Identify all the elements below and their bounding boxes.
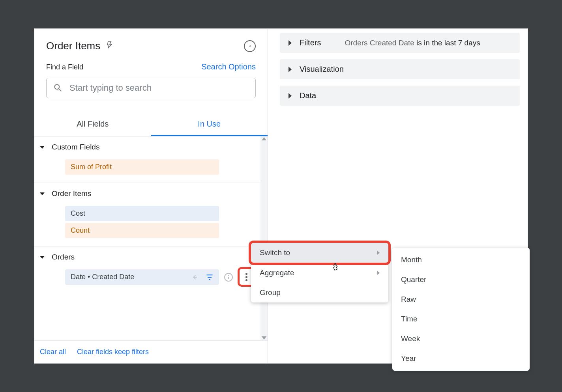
section-data[interactable]: Data xyxy=(280,86,520,106)
submenu-item-raw[interactable]: Raw xyxy=(392,289,530,309)
chevron-down-icon xyxy=(40,256,45,259)
explore-title: Order Items xyxy=(46,40,100,52)
group-label: Order Items xyxy=(52,189,91,198)
group-label: Custom Fields xyxy=(52,143,99,151)
group-order-items: Order Items Cost Count xyxy=(34,183,268,246)
field-cost[interactable]: Cost xyxy=(65,206,219,221)
group-custom-fields: Custom Fields Sum of Profit xyxy=(34,136,268,183)
quick-start-icon[interactable] xyxy=(106,40,114,52)
group-header-order-items[interactable]: Order Items xyxy=(34,183,268,204)
section-label: Data xyxy=(300,91,316,100)
submenu-item-month[interactable]: Month xyxy=(392,250,530,270)
scroll-down-icon[interactable] xyxy=(262,336,266,340)
menu-item-label: Switch to xyxy=(260,248,290,257)
chevron-right-icon xyxy=(377,251,380,255)
group-orders: Orders Date • Created Date xyxy=(34,246,268,290)
footer-links: Clear all Clear fields keep filters xyxy=(34,340,268,363)
menu-item-label: Aggregate xyxy=(260,269,294,277)
pivot-icon[interactable] xyxy=(192,273,200,281)
field-picker-panel: Order Items Find a Field Search Options … xyxy=(34,29,268,363)
scrollbar[interactable] xyxy=(260,136,268,340)
find-field-label: Find a Field xyxy=(46,63,83,71)
svg-rect-2 xyxy=(228,277,229,279)
chevron-right-icon xyxy=(288,67,292,72)
clear-fields-keep-filters-link[interactable]: Clear fields keep filters xyxy=(77,348,149,356)
field-actions xyxy=(192,273,214,281)
field-search-box[interactable] xyxy=(46,78,256,98)
field-context-menu: Switch to Aggregate Group xyxy=(251,243,388,302)
field-tabs: All Fields In Use xyxy=(34,112,268,136)
scroll-up-icon[interactable] xyxy=(262,137,266,140)
collapse-panel-button[interactable] xyxy=(244,40,256,52)
cursor-icon xyxy=(332,262,340,274)
group-header-custom-fields[interactable]: Custom Fields xyxy=(34,136,268,158)
submenu-item-year[interactable]: Year xyxy=(392,349,530,368)
chevron-down-icon xyxy=(40,146,45,149)
field-count[interactable]: Count xyxy=(65,223,219,238)
more-vert-icon xyxy=(245,273,247,281)
tab-all-fields[interactable]: All Fields xyxy=(34,112,151,136)
submenu-item-quarter[interactable]: Quarter xyxy=(392,270,530,289)
menu-item-label: Group xyxy=(260,288,281,297)
search-icon xyxy=(53,83,63,93)
filters-summary-value: is in the last 7 days xyxy=(416,39,480,47)
chevron-right-icon xyxy=(288,40,292,46)
tab-in-use[interactable]: In Use xyxy=(151,112,268,136)
menu-item-group[interactable]: Group xyxy=(251,283,388,302)
section-visualization[interactable]: Visualization xyxy=(280,59,520,79)
chevron-right-icon xyxy=(377,271,380,275)
find-field-row: Find a Field Search Options xyxy=(34,56,268,75)
group-header-orders[interactable]: Orders xyxy=(34,246,268,268)
filters-summary-field: Orders Created Date xyxy=(345,39,414,47)
info-icon[interactable] xyxy=(224,273,233,282)
panel-header: Order Items xyxy=(34,29,268,56)
group-label: Orders xyxy=(52,253,75,261)
submenu-item-time[interactable]: Time xyxy=(392,309,530,329)
field-search-input[interactable] xyxy=(69,83,249,93)
submenu-item-week[interactable]: Week xyxy=(392,329,530,349)
field-label: Date • Created Date xyxy=(71,273,134,281)
switch-to-submenu: Month Quarter Raw Time Week Year xyxy=(392,248,530,371)
field-sum-of-profit[interactable]: Sum of Profit xyxy=(65,159,219,175)
field-list: Custom Fields Sum of Profit Order Items … xyxy=(34,136,268,340)
menu-item-switch-to[interactable]: Switch to xyxy=(251,243,388,263)
section-filters[interactable]: Filters Orders Created Date is in the la… xyxy=(280,33,520,53)
filters-summary: Orders Created Date is in the last 7 day… xyxy=(345,39,480,47)
section-label: Filters xyxy=(300,38,321,47)
menu-item-aggregate[interactable]: Aggregate xyxy=(251,263,388,283)
chevron-right-icon xyxy=(288,93,292,99)
search-options-link[interactable]: Search Options xyxy=(201,62,256,71)
chevron-down-icon xyxy=(40,192,45,195)
svg-point-1 xyxy=(228,275,229,276)
field-date-created-date[interactable]: Date • Created Date xyxy=(65,269,219,285)
filter-icon[interactable] xyxy=(206,273,214,281)
clear-all-link[interactable]: Clear all xyxy=(40,348,66,356)
section-label: Visualization xyxy=(300,65,344,74)
